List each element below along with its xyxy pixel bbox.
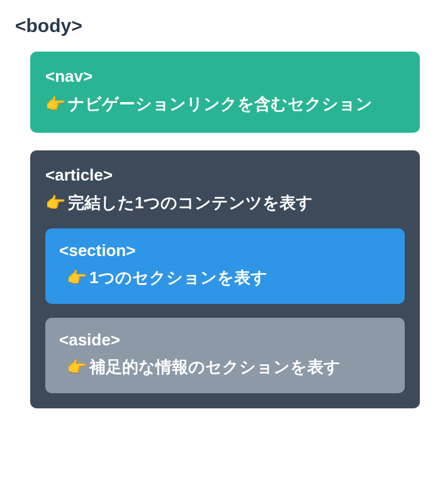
section-description: 👉1つのセクションを表す [59, 267, 391, 289]
article-element-box: <article> 👉完結した1つのコンテンツを表す <section> 👉1つ… [30, 150, 420, 408]
pointing-right-icon: 👉 [45, 94, 65, 113]
nav-description: 👉ナビゲーションリンクを含むセクション [45, 92, 405, 115]
section-element-box: <section> 👉1つのセクションを表す [45, 228, 405, 304]
diagram-container: <nav> 👉ナビゲーションリンクを含むセクション <article> 👉完結し… [15, 52, 425, 408]
pointing-right-icon: 👉 [45, 193, 65, 212]
article-description: 👉完結した1つのコンテンツを表す [45, 191, 405, 214]
pointing-right-icon: 👉 [67, 357, 87, 376]
aside-tag-title: <aside> [59, 330, 391, 350]
pointing-right-icon: 👉 [67, 268, 87, 287]
body-tag-label: <body> [15, 15, 425, 36]
article-description-text: 完結した1つのコンテンツを表す [68, 193, 313, 212]
aside-element-box: <aside> 👉補足的な情報のセクションを表す [45, 318, 405, 393]
article-tag-title: <article> [45, 165, 405, 185]
nav-description-text: ナビゲーションリンクを含むセクション [68, 94, 373, 113]
nav-tag-title: <nav> [45, 67, 405, 86]
section-tag-title: <section> [59, 241, 391, 260]
nav-element-box: <nav> 👉ナビゲーションリンクを含むセクション [30, 52, 420, 133]
aside-description-text: 補足的な情報のセクションを表す [89, 357, 341, 376]
aside-description: 👉補足的な情報のセクションを表す [59, 356, 391, 378]
section-description-text: 1つのセクションを表す [89, 268, 268, 287]
